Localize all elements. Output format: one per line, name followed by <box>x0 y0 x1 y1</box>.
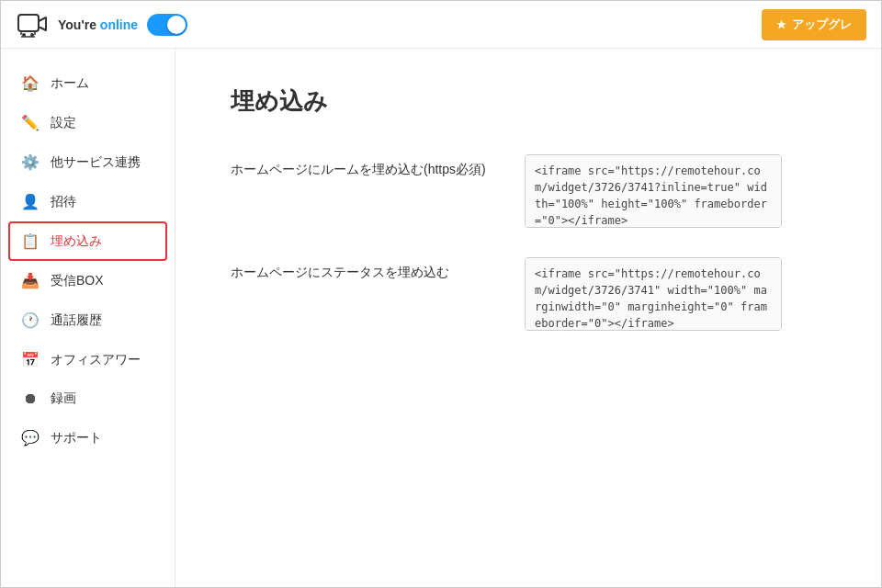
header: You're online アップグレ <box>1 1 881 49</box>
sidebar-label-recording: 録画 <box>51 390 76 407</box>
sidebar-item-inbox[interactable]: 📥 受信BOX <box>1 261 175 300</box>
embed-row-status: ホームページにステータスを埋め込む <box>231 257 826 331</box>
calendar-icon: 📅 <box>21 351 40 368</box>
record-icon: ⏺ <box>21 390 40 407</box>
sidebar-label-integrations: 他サービス連携 <box>51 154 141 171</box>
sidebar-item-support[interactable]: 💬 サポート <box>1 418 175 458</box>
sidebar-label-inbox: 受信BOX <box>51 273 104 289</box>
online-label: You're online <box>58 17 138 32</box>
online-status-text: online <box>100 17 138 32</box>
sidebar-item-recording[interactable]: ⏺ 録画 <box>1 379 175 418</box>
embed-code-room[interactable] <box>525 154 782 228</box>
gear-icon: ⚙️ <box>21 153 40 171</box>
embed-description-status: ホームページにステータスを埋め込む <box>231 257 488 281</box>
history-icon: 🕐 <box>21 311 40 329</box>
sidebar-label-embed: 埋め込み <box>51 233 102 250</box>
online-toggle[interactable] <box>147 14 187 36</box>
page-title: 埋め込み <box>231 85 826 118</box>
main-layout: 🏠 ホーム ✏️ 設定 ⚙️ 他サービス連携 👤 招待 📋 埋め込み 📥 受 <box>1 49 881 587</box>
online-prefix: You're <box>58 17 100 32</box>
logo-icon <box>16 8 49 41</box>
svg-rect-0 <box>18 15 39 31</box>
sidebar-item-office[interactable]: 📅 オフィスアワー <box>1 340 175 379</box>
embed-icon: 📋 <box>21 232 40 250</box>
sidebar-item-embed[interactable]: 📋 埋め込み <box>8 221 167 261</box>
embed-description-room: ホームページにルームを埋め込む(https必須) <box>231 154 488 178</box>
svg-marker-1 <box>39 17 46 30</box>
sidebar-label-support: サポート <box>51 430 102 447</box>
edit-icon: ✏️ <box>21 114 40 131</box>
embed-desc-status-text: ホームページにステータスを埋め込む <box>231 265 449 279</box>
embed-section: ホームページにルームを埋め込む(https必須) ホームページにステータスを埋め… <box>231 154 826 331</box>
inbox-icon: 📥 <box>21 272 40 289</box>
sidebar-label-settings: 設定 <box>51 115 76 131</box>
sidebar-item-settings[interactable]: ✏️ 設定 <box>1 103 175 142</box>
user-icon: 👤 <box>21 193 40 210</box>
content-area: 埋め込み ホームページにルームを埋め込む(https必須) ホームページにステー… <box>175 49 881 587</box>
sidebar-item-history[interactable]: 🕐 通話履歴 <box>1 300 175 340</box>
sidebar-label-home: ホーム <box>51 75 89 92</box>
embed-code-status[interactable] <box>525 257 782 331</box>
sidebar-label-history: 通話履歴 <box>51 312 102 329</box>
sidebar-item-integrations[interactable]: ⚙️ 他サービス連携 <box>1 142 175 182</box>
embed-desc-room-text: ホームページにルームを埋め込む(https必須) <box>231 162 486 176</box>
sidebar-item-home[interactable]: 🏠 ホーム <box>1 63 175 103</box>
sidebar-label-invite: 招待 <box>51 194 76 210</box>
support-icon: 💬 <box>21 429 40 447</box>
embed-row-room: ホームページにルームを埋め込む(https必須) <box>231 154 826 228</box>
sidebar: 🏠 ホーム ✏️ 設定 ⚙️ 他サービス連携 👤 招待 📋 埋め込み 📥 受 <box>1 49 175 587</box>
header-left: You're online <box>16 8 187 41</box>
sidebar-item-invite[interactable]: 👤 招待 <box>1 182 175 221</box>
sidebar-label-office: オフィスアワー <box>51 352 141 368</box>
home-icon: 🏠 <box>21 74 40 92</box>
upgrade-button[interactable]: アップグレ <box>762 9 866 40</box>
